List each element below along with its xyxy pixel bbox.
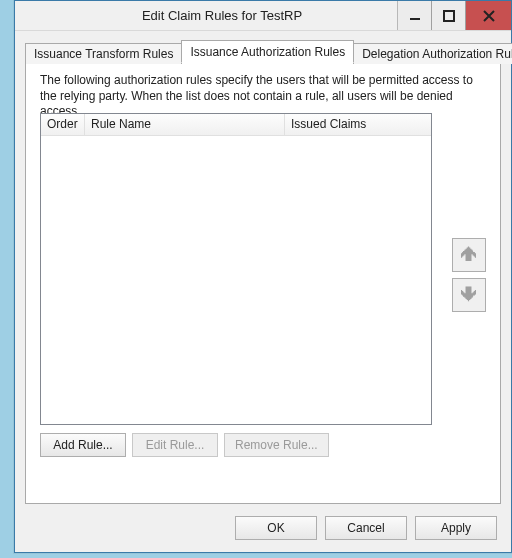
tabstrip: Issuance Transform Rules Issuance Author…	[25, 41, 501, 63]
move-down-button[interactable]: 🡻	[452, 278, 486, 312]
tab-delegation-authorization-rules[interactable]: Delegation Authorization Rules	[353, 43, 512, 64]
tab-issuance-authorization-rules[interactable]: Issuance Authorization Rules	[181, 40, 354, 63]
add-rule-button[interactable]: Add Rule...	[40, 433, 126, 457]
move-up-button[interactable]: 🡹	[452, 238, 486, 272]
dialog-content: Issuance Transform Rules Issuance Author…	[25, 41, 501, 504]
maximize-button[interactable]	[431, 1, 465, 30]
tab-issuance-transform-rules[interactable]: Issuance Transform Rules	[25, 43, 182, 64]
cancel-button[interactable]: Cancel	[325, 516, 407, 540]
close-button[interactable]	[465, 1, 511, 30]
rules-list-header: Order Rule Name Issued Claims	[41, 114, 431, 136]
tab-panel: The following authorization rules specif…	[25, 62, 501, 504]
svg-rect-1	[444, 11, 454, 21]
window-controls	[397, 1, 511, 30]
dialog-window: Edit Claim Rules for TestRP Issuance Tra…	[14, 0, 512, 553]
edit-rule-button: Edit Rule...	[132, 433, 218, 457]
arrow-up-icon: 🡹	[460, 246, 478, 264]
arrow-down-icon: 🡻	[460, 286, 478, 304]
svg-rect-0	[410, 18, 420, 20]
rules-list-body	[41, 136, 431, 424]
rules-list[interactable]: Order Rule Name Issued Claims	[40, 113, 432, 425]
window-title: Edit Claim Rules for TestRP	[47, 1, 397, 30]
remove-rule-button: Remove Rule...	[224, 433, 329, 457]
ok-button[interactable]: OK	[235, 516, 317, 540]
titlebar: Edit Claim Rules for TestRP	[15, 1, 511, 31]
minimize-button[interactable]	[397, 1, 431, 30]
rule-button-row: Add Rule... Edit Rule... Remove Rule...	[40, 433, 329, 457]
dialog-button-bar: OK Cancel Apply	[15, 504, 511, 552]
column-order[interactable]: Order	[41, 114, 85, 135]
column-issued-claims[interactable]: Issued Claims	[285, 114, 431, 135]
column-rule-name[interactable]: Rule Name	[85, 114, 285, 135]
apply-button[interactable]: Apply	[415, 516, 497, 540]
